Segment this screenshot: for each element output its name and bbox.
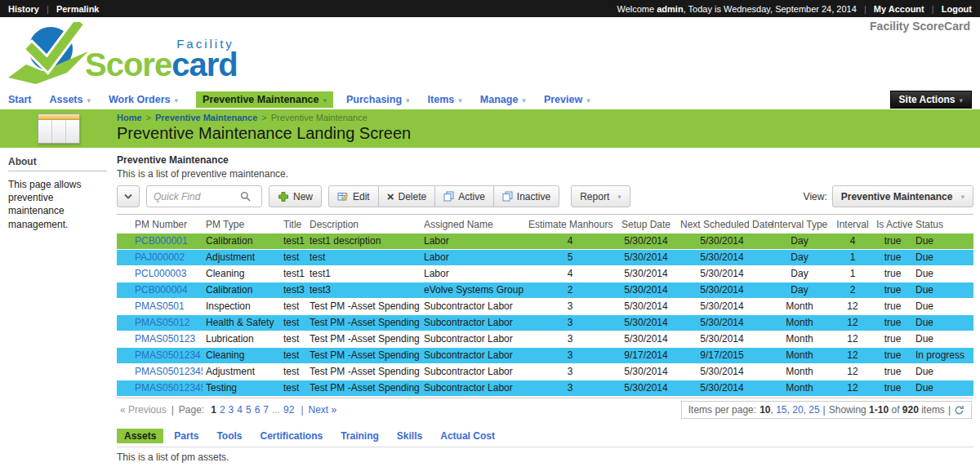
column-header-estimate-manhours[interactable]: Estimate Manhours	[525, 215, 615, 234]
quick-find-input[interactable]	[152, 190, 240, 203]
page-link-6[interactable]: 6	[255, 404, 261, 416]
page-link-2[interactable]: 2	[220, 404, 225, 416]
tab-actual-cost[interactable]: Actual Cost	[433, 429, 502, 443]
nav-item-work-orders[interactable]: Work Orders▾	[109, 94, 178, 105]
pm-number-link[interactable]: PAJ000002	[135, 251, 185, 263]
nav-item-purchasing[interactable]: Purchasing▾	[346, 94, 410, 105]
tab-parts[interactable]: Parts	[167, 429, 206, 443]
tab-skills[interactable]: Skills	[390, 429, 430, 443]
my-account-link[interactable]: My Account	[874, 4, 924, 14]
table-cell: Due	[912, 315, 973, 331]
table-row[interactable]: PMAS050123456TestingtestTest PM -Asset S…	[117, 380, 973, 397]
new-button[interactable]: New	[269, 185, 322, 207]
column-header-interval[interactable]: Interval	[832, 215, 873, 234]
cell-pm-number: PMAS0501	[117, 299, 203, 315]
tab-certifications[interactable]: Certifications	[253, 429, 331, 443]
column-header-is-active[interactable]: Is Active	[873, 215, 912, 234]
view-dropdown[interactable]: Preventive Maintenance▾	[832, 185, 973, 207]
table-cell: Subcontractor Labor	[421, 299, 525, 315]
logout-link[interactable]: Logout	[942, 4, 972, 14]
table-cell: test	[280, 364, 306, 380]
table-cell: test	[280, 315, 306, 331]
pm-number-link[interactable]: PMAS05012	[135, 317, 189, 328]
permalink-link[interactable]: Permalink	[56, 4, 100, 14]
table-row[interactable]: PMAS0501InspectiontestTest PM -Asset Spe…	[117, 299, 973, 315]
table-cell: test1	[280, 234, 306, 250]
items-per-page-label: Items per page:	[688, 404, 756, 416]
pm-number-link[interactable]: PCL000003	[135, 268, 186, 279]
separator: |	[823, 404, 826, 416]
table-row[interactable]: PAJ000002AdjustmenttesttestLabor55/30/20…	[117, 250, 973, 266]
table-cell: Labor	[421, 266, 525, 282]
nav-item-manage[interactable]: Manage▾	[480, 94, 526, 105]
report-button[interactable]: Report▾	[571, 185, 630, 207]
column-header-pm-type[interactable]: PM Type	[203, 215, 280, 234]
nav-item-preventive-maintenance[interactable]: Preventive Maintenance▾	[196, 91, 333, 108]
table-row[interactable]: PMAS050123LubricationtestTest PM -Asset …	[117, 331, 973, 348]
tab-assets[interactable]: Assets	[117, 429, 163, 443]
nav-item-preview[interactable]: Preview▾	[544, 94, 590, 105]
nav-item-items[interactable]: Items▾	[428, 94, 462, 105]
pm-number-link[interactable]: PMAS05012345	[135, 366, 203, 377]
column-header-next-scheduled-date[interactable]: Next Scheduled Date	[677, 215, 767, 234]
page-link-3[interactable]: 3	[229, 404, 234, 416]
page-link-5[interactable]: 5	[246, 404, 252, 416]
per-page-option-15[interactable]: 15	[776, 404, 786, 416]
column-header-status[interactable]: Status	[912, 215, 973, 234]
table-row[interactable]: PMAS05012Health & SafetytestTest PM -Ass…	[117, 315, 973, 331]
refresh-icon[interactable]	[954, 405, 964, 416]
tab-tools[interactable]: Tools	[209, 429, 249, 443]
nav-item-start[interactable]: Start	[8, 94, 31, 105]
search-icon[interactable]	[240, 191, 251, 202]
table-cell: Due	[912, 380, 973, 397]
page-link-4[interactable]: 4	[237, 404, 243, 416]
previous-page-link[interactable]: « Previous	[120, 404, 167, 416]
separator: |	[47, 4, 49, 14]
table-row[interactable]: PMAS05012345AdjustmenttestTest PM -Asset…	[117, 364, 973, 380]
tab-training[interactable]: Training	[333, 429, 386, 443]
per-page-option-25[interactable]: 25	[808, 404, 819, 416]
breadcrumb-item[interactable]: Home	[117, 113, 142, 122]
active-button[interactable]: Active	[434, 185, 494, 207]
items-per-page-box: Items per page: 10, 15, 20, 25 | Showing…	[681, 401, 972, 419]
cell-pm-number: PMAS050123	[117, 331, 203, 348]
pm-number-link[interactable]: PCB000004	[135, 284, 188, 296]
pm-number-link[interactable]: PCB000001	[135, 235, 188, 247]
column-header-description[interactable]: Description	[306, 215, 421, 234]
pm-number-link[interactable]: PMAS050123456	[135, 382, 203, 394]
pm-number-link[interactable]: PMAS0501	[135, 300, 185, 312]
column-header-setup-date[interactable]: Setup Date	[615, 215, 677, 234]
nav-item-assets[interactable]: Assets▾	[49, 94, 91, 105]
table-row[interactable]: PMAS0501234CleaningtestTest PM -Asset Sp…	[117, 348, 973, 364]
table-cell: Lubrication	[203, 331, 280, 348]
breadcrumb-item[interactable]: Preventive Maintenance	[155, 113, 257, 122]
separator: |	[172, 404, 174, 416]
site-actions-button[interactable]: Site Actions▾	[890, 91, 972, 109]
page-link-92[interactable]: 92	[283, 404, 294, 416]
per-page-option-20[interactable]: 20	[792, 404, 803, 416]
inactive-button[interactable]: Inactive	[493, 185, 559, 207]
next-page-link[interactable]: Next »	[309, 404, 337, 416]
banner-icon-zone	[0, 109, 117, 148]
page-link-7[interactable]: 7	[263, 404, 269, 416]
history-link[interactable]: History	[8, 4, 39, 14]
page-banner: Home>Preventive Maintenance>Preventive M…	[0, 109, 980, 148]
pm-number-link[interactable]: PMAS0501234	[135, 349, 201, 361]
table-row[interactable]: PCL000003Cleaningtest1test1Labor45/30/20…	[117, 266, 973, 282]
table-row[interactable]: PCB000004Calibrationtest3test3eVolve Sys…	[117, 282, 973, 299]
table-cell: Health & Safety	[203, 315, 280, 331]
edit-button[interactable]: Edit	[328, 185, 379, 207]
table-cell: 5/30/2014	[677, 282, 767, 299]
pm-number-link[interactable]: PMAS050123	[135, 333, 195, 345]
delete-button[interactable]: × Delete	[378, 185, 435, 207]
table-row[interactable]: PCB000001Calibrationtest1test1 descripti…	[117, 234, 973, 250]
column-header-title[interactable]: Title	[280, 215, 306, 234]
toolbar-expand-button[interactable]	[117, 185, 140, 207]
view-label: View:	[804, 191, 827, 202]
column-header-pm-number[interactable]: PM Number	[117, 215, 203, 234]
table-cell: Subcontractor Labor	[421, 331, 525, 348]
assets-description: This is a list of pm assets.	[117, 451, 973, 463]
column-header-assigned-name[interactable]: Assigned Name	[421, 215, 525, 234]
table-cell: 5/30/2014	[615, 299, 677, 315]
column-header-interval-type[interactable]: Interval Type	[767, 215, 832, 234]
